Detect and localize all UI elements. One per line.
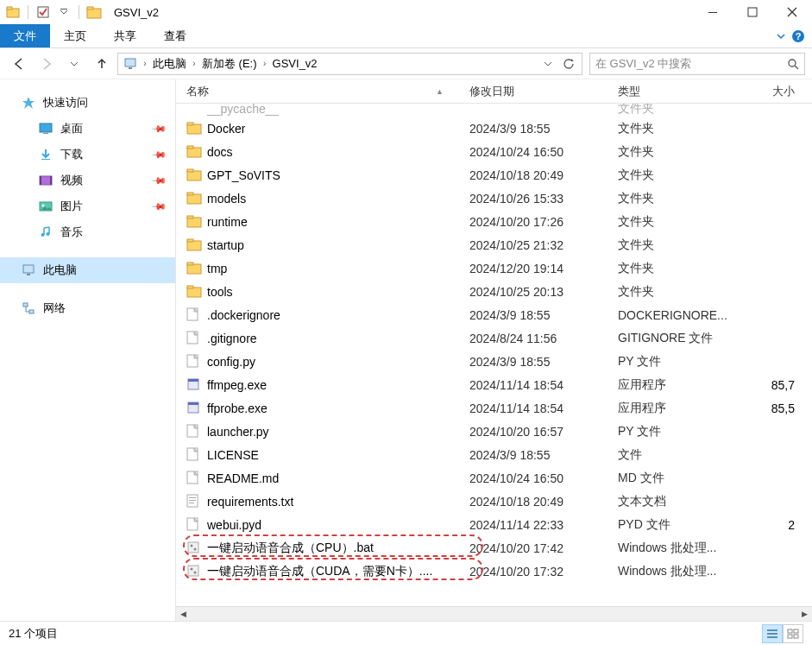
properties-checkbox-icon[interactable] (34, 3, 53, 22)
view-details-button[interactable] (762, 624, 783, 643)
sidebar-videos[interactable]: 视频 📌 (0, 168, 175, 193)
minimize-button[interactable] (693, 0, 733, 24)
qat-dropdown-icon[interactable] (54, 3, 73, 22)
close-button[interactable] (772, 0, 812, 24)
horizontal-scrollbar[interactable]: ◀ ▶ (176, 606, 812, 621)
chevron-right-icon[interactable]: › (141, 59, 149, 68)
svg-rect-13 (40, 123, 52, 132)
svg-point-20 (42, 205, 45, 207)
file-name: README.md (207, 471, 279, 485)
file-date: 2024/10/26 15:33 (469, 192, 618, 206)
file-name: tools (207, 285, 233, 299)
folder-icon (186, 261, 202, 276)
svg-rect-31 (187, 171, 201, 180)
nav-forward-button[interactable] (35, 52, 59, 76)
address-dropdown-icon[interactable] (538, 54, 557, 73)
file-row[interactable]: tmp2024/12/20 19:14文件夹 (176, 256, 812, 280)
file-row[interactable]: ffprobe.exe2024/11/14 18:54应用程序85,5 (176, 396, 812, 420)
svg-rect-11 (129, 67, 132, 69)
breadcrumb-folder[interactable]: GSVI_v2 (271, 57, 319, 70)
chevron-right-icon[interactable]: › (261, 59, 269, 68)
download-icon (38, 147, 54, 162)
file-type: 文件夹 (618, 284, 752, 300)
star-icon (21, 95, 36, 111)
column-header-date[interactable]: 修改日期 (469, 84, 618, 99)
file-row[interactable]: docs2024/10/24 16:50文件夹 (176, 140, 812, 163)
bat-icon (186, 564, 202, 579)
svg-rect-7 (748, 8, 757, 16)
nav-recent-dropdown[interactable] (62, 52, 86, 76)
file-row[interactable]: LICENSE2024/3/9 18:55文件 (176, 443, 812, 466)
svg-rect-39 (187, 264, 201, 274)
svg-rect-18 (50, 176, 52, 185)
svg-rect-64 (767, 629, 777, 631)
file-row[interactable]: GPT_SoVITS2024/10/18 20:49文件夹 (176, 163, 812, 187)
svg-rect-4 (87, 9, 101, 18)
column-header-name[interactable]: 名称▲ (186, 84, 469, 99)
svg-rect-54 (189, 497, 196, 498)
file-row[interactable]: models2024/10/26 15:33文件夹 (176, 187, 812, 210)
file-row[interactable]: Docker2024/3/9 18:55文件夹 (176, 117, 812, 140)
file-name: models (207, 192, 246, 206)
column-header-size[interactable]: 大小 (752, 84, 812, 99)
ribbon-file-tab[interactable]: 文件 (0, 24, 50, 47)
file-row-partial[interactable]: __pycache__ 文件夹 (176, 104, 812, 117)
svg-rect-56 (189, 503, 194, 503)
file-row[interactable]: webui.pyd2024/11/14 22:33PYD 文件2 (176, 513, 812, 536)
file-icon (186, 471, 202, 486)
file-row[interactable]: runtime2024/10/20 17:26文件夹 (176, 210, 812, 233)
help-icon[interactable]: ? (791, 29, 805, 43)
file-type: 文件夹 (618, 168, 752, 183)
sidebar-label: 此电脑 (43, 262, 77, 278)
sidebar-network[interactable]: 网络 (0, 295, 175, 321)
file-row[interactable]: 一键启动语音合成（CUDA，需要N卡）....2024/10/20 17:32W… (176, 560, 812, 583)
folder-icon (186, 284, 202, 300)
sidebar-this-pc[interactable]: 此电脑 (0, 257, 175, 283)
file-row[interactable]: config.py2024/3/9 18:55PY 文件 (176, 350, 812, 373)
file-row[interactable]: startup2024/10/25 21:32文件夹 (176, 233, 812, 256)
address-bar[interactable]: › 此电脑 › 新加卷 (E:) › GSVI_v2 (117, 53, 582, 75)
nav-back-button[interactable] (7, 52, 31, 76)
ribbon-view-tab[interactable]: 查看 (150, 24, 200, 47)
file-row[interactable]: 一键启动语音合成（CPU）.bat2024/10/20 17:42Windows… (176, 536, 812, 560)
column-header-type[interactable]: 类型 (618, 84, 752, 99)
nav-up-button[interactable] (90, 52, 114, 76)
file-date: 2024/3/9 18:55 (469, 308, 618, 322)
refresh-icon[interactable] (559, 54, 578, 73)
search-icon[interactable] (787, 58, 799, 70)
sidebar-music[interactable]: 音乐 (0, 219, 175, 245)
file-row[interactable]: tools2024/10/25 20:13文件夹 (176, 280, 812, 303)
scroll-left-icon[interactable]: ◀ (176, 607, 191, 622)
file-row[interactable]: .dockerignore2024/3/9 18:55DOCKERIGNORE.… (176, 303, 812, 326)
svg-point-59 (191, 544, 193, 547)
file-row[interactable]: README.md2024/10/24 16:50MD 文件 (176, 466, 812, 490)
breadcrumb-this-pc[interactable]: 此电脑 (151, 56, 188, 72)
file-row[interactable]: .gitignore2024/8/24 11:56GITIGNORE 文件 (176, 326, 812, 350)
sidebar-downloads[interactable]: 下载 📌 (0, 142, 175, 168)
ribbon-share-tab[interactable]: 共享 (100, 24, 150, 47)
ribbon-expand-icon[interactable] (776, 31, 786, 41)
sidebar-quick-access[interactable]: 快速访问 (0, 90, 175, 116)
scroll-right-icon[interactable]: ▶ (797, 607, 812, 622)
svg-rect-58 (188, 542, 198, 553)
maximize-button[interactable] (733, 0, 772, 24)
file-date: 2024/11/14 18:54 (469, 402, 618, 415)
search-input[interactable] (595, 57, 787, 70)
svg-rect-3 (60, 9, 67, 9)
pin-icon: 📌 (150, 198, 167, 214)
search-box[interactable] (589, 53, 805, 75)
network-icon (21, 300, 36, 316)
sidebar-label: 视频 (60, 173, 83, 188)
file-row[interactable]: requirements.txt2024/10/18 20:49文本文档 (176, 490, 812, 513)
view-large-icons-button[interactable] (783, 624, 803, 643)
file-row[interactable]: ffmpeg.exe2024/11/14 18:54应用程序85,7 (176, 373, 812, 396)
sidebar-pictures[interactable]: 图片 📌 (0, 193, 175, 219)
chevron-right-icon[interactable]: › (190, 59, 198, 68)
file-row[interactable]: launcher.py2024/10/20 16:57PY 文件 (176, 420, 812, 443)
breadcrumb-volume[interactable]: 新加卷 (E:) (200, 56, 259, 72)
file-rows[interactable]: __pycache__ 文件夹 Docker2024/3/9 18:55文件夹d… (176, 104, 812, 606)
sidebar-desktop[interactable]: 桌面 📌 (0, 116, 175, 142)
ribbon-home-tab[interactable]: 主页 (50, 24, 100, 47)
svg-rect-42 (187, 286, 193, 288)
breadcrumb-pc-icon[interactable] (122, 58, 139, 70)
